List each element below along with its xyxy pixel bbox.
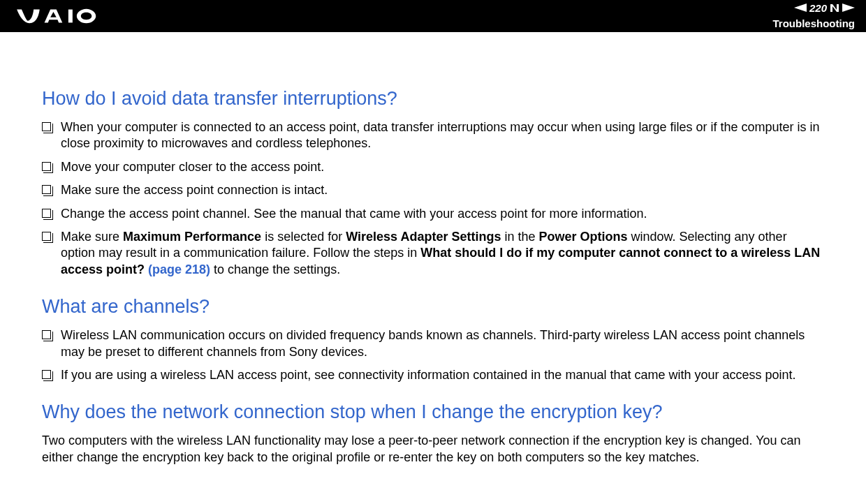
page-header: 220 Troubleshooting (0, 0, 866, 32)
list-item-text: Change the access point channel. See the… (61, 206, 824, 222)
heading-3: Why does the network connection stop whe… (42, 401, 824, 423)
list-item-text: Move your computer closer to the access … (61, 159, 824, 175)
bullet-icon (42, 122, 51, 131)
list-item: When your computer is connected to an ac… (42, 119, 824, 152)
list-item: If you are using a wireless LAN access p… (42, 367, 824, 383)
list-2: Wireless LAN communication occurs on div… (42, 327, 824, 383)
list-1: When your computer is connected to an ac… (42, 119, 824, 278)
list-item-text: Wireless LAN communication occurs on div… (61, 327, 824, 360)
list-item: Wireless LAN communication occurs on div… (42, 327, 824, 360)
heading-2: What are channels? (42, 296, 824, 318)
list-item-text: If you are using a wireless LAN access p… (61, 367, 824, 383)
bullet-icon (42, 162, 51, 171)
n-icon (830, 3, 839, 13)
vaio-logo (11, 8, 116, 24)
prev-page-arrow-icon[interactable] (794, 3, 807, 12)
page-ref-link[interactable]: (page 218) (148, 262, 210, 276)
bullet-icon (42, 209, 51, 218)
list-item-text: Make sure Maximum Performance is selecte… (61, 229, 824, 278)
page-content: How do I avoid data transfer interruptio… (0, 32, 866, 487)
next-page-arrow-icon[interactable] (842, 3, 855, 12)
list-item-text: When your computer is connected to an ac… (61, 119, 824, 152)
section-label: Troubleshooting (773, 15, 856, 32)
heading-1: How do I avoid data transfer interruptio… (42, 88, 824, 110)
list-item-text: Make sure the access point connection is… (61, 182, 824, 198)
list-item: Move your computer closer to the access … (42, 159, 824, 175)
paragraph: Two computers with the wireless LAN func… (42, 433, 824, 466)
page-nav: 220 Troubleshooting (773, 0, 856, 32)
list-item: Change the access point channel. See the… (42, 206, 824, 222)
bullet-icon (42, 370, 51, 379)
list-item: Make sure the access point connection is… (42, 182, 824, 198)
page-number: 220 (809, 2, 827, 14)
bullet-icon (42, 185, 51, 194)
svg-rect-0 (68, 10, 73, 23)
bullet-icon (42, 232, 51, 241)
bullet-icon (42, 330, 51, 339)
list-item: Make sure Maximum Performance is selecte… (42, 229, 824, 278)
